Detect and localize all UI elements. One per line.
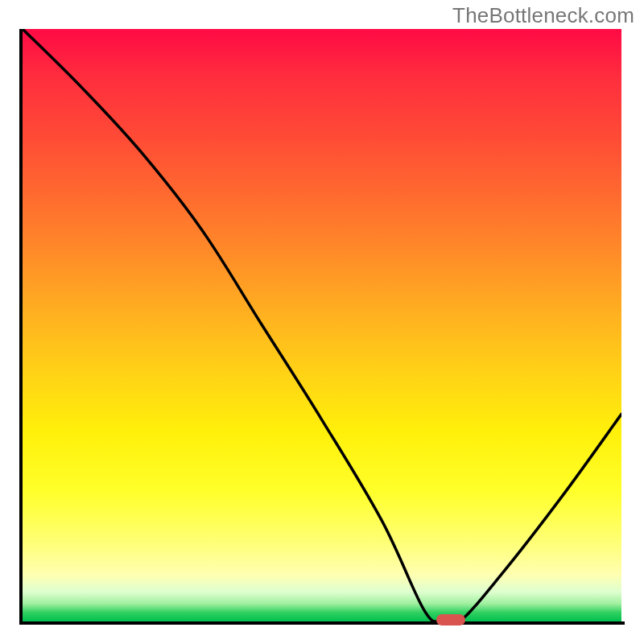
- bottleneck-curve: [23, 29, 621, 621]
- optimal-point-marker: [436, 614, 465, 625]
- watermark-text: TheBottleneck.com: [452, 3, 634, 28]
- x-axis-line: [19, 621, 625, 625]
- chart-container: TheBottleneck.com: [0, 0, 644, 644]
